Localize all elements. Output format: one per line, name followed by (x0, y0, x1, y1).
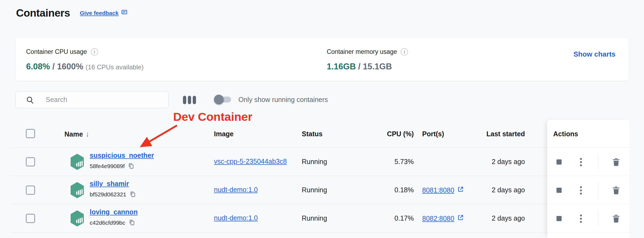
cpu-usage-label: Container CPU usage (26, 48, 87, 55)
table-row: suspicious_noether 58fe4e99089f vsc-cpp-… (11, 148, 629, 176)
last-started: 2 days ago (457, 158, 525, 166)
trash-icon[interactable] (612, 158, 620, 167)
container-id: c42d6cfd99bc (90, 219, 135, 226)
kebab-menu-icon[interactable] (579, 214, 583, 224)
actions-panel: Actions (547, 120, 629, 238)
page-header: Containers Give feedback (16, 7, 128, 19)
actions-divider (598, 182, 598, 198)
container-name-link[interactable]: suspicious_noether (90, 152, 154, 159)
container-id-text: bf529d062321 (90, 191, 126, 198)
actions-header: Actions (547, 120, 629, 148)
sort-desc-arrow-icon: ↓ (86, 130, 89, 138)
container-hexagon-icon (70, 210, 85, 228)
container-name-link[interactable]: silly_shamir (90, 180, 129, 188)
copy-icon[interactable] (128, 163, 135, 169)
last-started: 2 days ago (457, 186, 525, 194)
info-icon[interactable]: i (401, 48, 408, 55)
row-checkbox[interactable] (26, 157, 35, 166)
stop-icon[interactable] (556, 159, 562, 166)
trash-icon[interactable] (612, 186, 620, 196)
memory-usage-value: 1.16GB / 15.1GB (327, 62, 392, 72)
cpu-usage-value: 6.08% / 1600% (16 CPUs available) (26, 62, 144, 72)
table-body: suspicious_noether 58fe4e99089f vsc-cpp-… (11, 148, 629, 233)
actions-divider (598, 210, 598, 227)
container-id: 58fe4e99089f (90, 163, 135, 169)
row-checkbox[interactable] (26, 186, 35, 195)
container-id-text: c42d6cfd99bc (90, 220, 125, 226)
actions-divider (598, 154, 598, 170)
cpu-value: 0.17% (375, 214, 414, 222)
row-checkbox[interactable] (26, 214, 35, 223)
show-charts-link[interactable]: Show charts (573, 50, 615, 58)
table-row: loving_cannon c42d6cfd99bc nudt-demo:1.0… (11, 204, 629, 233)
kebab-menu-icon[interactable] (579, 186, 583, 196)
cpu-available-note: (16 CPUs available) (86, 63, 144, 71)
actions-row (547, 204, 629, 233)
copy-icon[interactable] (129, 219, 135, 226)
container-id: bf529d062321 (90, 191, 136, 198)
search-input[interactable] (46, 91, 165, 108)
running-only-toggle[interactable] (215, 97, 231, 103)
container-hexagon-icon (70, 153, 85, 171)
table-row: silly_shamir bf529d062321 nudt-demo:1.0 … (11, 176, 629, 204)
column-header-name[interactable]: Name ↓ (64, 130, 89, 138)
cpu-value: 5.73% (375, 158, 414, 166)
running-only-toggle-label: Only show running containers (238, 96, 328, 104)
cpu-value: 0.18% (375, 186, 414, 194)
column-header-actions: Actions (553, 130, 578, 138)
column-header-image[interactable]: Image (214, 130, 234, 138)
column-header-ports[interactable]: Port(s) (422, 130, 444, 138)
column-header-cpu[interactable]: CPU (%) (375, 130, 414, 138)
table-header: Name ↓ Image Status CPU (%) Port(s) Last… (11, 120, 629, 148)
container-hexagon-icon (70, 182, 85, 200)
give-feedback-link[interactable]: Give feedback (80, 9, 128, 17)
search-box[interactable] (15, 91, 169, 108)
columns-icon[interactable] (183, 96, 196, 104)
container-id-text: 58fe4e99089f (90, 163, 125, 169)
kebab-menu-icon[interactable] (579, 157, 583, 168)
status-text: Running (302, 158, 327, 166)
actions-row (547, 148, 629, 176)
actions-row (547, 176, 629, 204)
container-name-link[interactable]: loving_cannon (90, 208, 138, 216)
info-icon[interactable]: i (91, 48, 98, 55)
column-header-last-started[interactable]: Last started (457, 130, 525, 138)
memory-usage-label: Container memory usage (327, 48, 397, 55)
page-title: Containers (16, 7, 70, 19)
copy-icon[interactable] (129, 191, 136, 198)
last-started: 2 days ago (457, 214, 525, 222)
feedback-chat-icon (121, 9, 128, 17)
image-link[interactable]: nudt-demo:1.0 (214, 214, 258, 222)
image-link[interactable]: vsc-cpp-5-235044ab3c8 (214, 157, 287, 165)
status-text: Running (302, 214, 327, 222)
select-all-checkbox[interactable] (26, 129, 35, 138)
trash-icon[interactable] (612, 214, 620, 224)
toggle-knob[interactable] (214, 95, 224, 104)
stop-icon[interactable] (556, 216, 562, 222)
stop-icon[interactable] (556, 187, 562, 194)
image-link[interactable]: nudt-demo:1.0 (214, 186, 258, 194)
resource-usage-card: Container CPU usage i 6.08% / 1600% (16 … (15, 38, 629, 81)
status-text: Running (302, 186, 327, 194)
search-icon (26, 95, 35, 106)
column-header-status[interactable]: Status (302, 130, 322, 138)
